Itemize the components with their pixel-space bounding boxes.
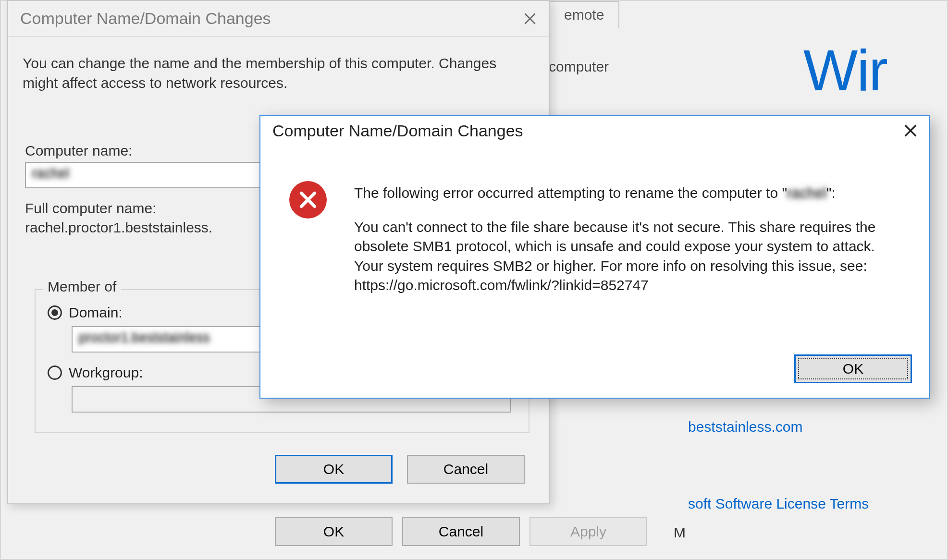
domain-radio-row[interactable]: Domain: bbox=[48, 304, 123, 321]
error-line1-prefix: The following error occurred attempting … bbox=[354, 185, 787, 201]
tab-remote[interactable]: emote bbox=[549, 1, 619, 28]
domain-value-redacted: proctor1.beststainless bbox=[79, 330, 209, 345]
error-icon-column bbox=[289, 181, 327, 219]
error-line1-redacted: rachel bbox=[787, 183, 826, 203]
error-message-line1: The following error occurred attempting … bbox=[354, 183, 905, 203]
error-message: The following error occurred attempting … bbox=[354, 183, 905, 310]
error-dialog: Computer Name/Domain Changes The followi… bbox=[259, 115, 930, 399]
full-computer-name-value: rachel.proctor1.beststainless. bbox=[25, 219, 212, 236]
sysprops-tabs: emote bbox=[549, 1, 618, 28]
error-titlebar: Computer Name/Domain Changes bbox=[260, 116, 929, 145]
rename-description: You can change the name and the membersh… bbox=[23, 54, 530, 93]
license-terms-link[interactable]: soft Software License Terms bbox=[688, 496, 869, 512]
windows-logo-text: Wir bbox=[803, 37, 887, 103]
close-icon[interactable] bbox=[901, 121, 920, 140]
workgroup-radio-label: Workgroup: bbox=[69, 365, 143, 381]
rename-titlebar: Computer Name/Domain Changes bbox=[8, 1, 549, 37]
workgroup-radio-row[interactable]: Workgroup: bbox=[48, 365, 143, 381]
rename-ok-button[interactable]: OK bbox=[275, 455, 393, 484]
radio-icon bbox=[48, 365, 62, 380]
error-title: Computer Name/Domain Changes bbox=[272, 122, 523, 140]
rename-cancel-button[interactable]: Cancel bbox=[407, 455, 525, 484]
rename-button-row: OK Cancel bbox=[275, 455, 525, 484]
full-computer-name-label: Full computer name: bbox=[25, 200, 156, 217]
error-button-row: OK bbox=[794, 354, 912, 383]
partial-text: M bbox=[674, 524, 686, 541]
error-icon bbox=[289, 181, 327, 219]
domain-radio-label: Domain: bbox=[69, 304, 123, 321]
computer-name-label: Computer name: bbox=[25, 143, 132, 159]
error-ok-button[interactable]: OK bbox=[794, 354, 912, 383]
error-message-body: You can't connect to the file share beca… bbox=[354, 218, 905, 295]
sysprops-body-text: computer bbox=[549, 59, 609, 75]
radio-icon bbox=[48, 305, 62, 320]
domain-link[interactable]: beststainless.com bbox=[688, 419, 802, 435]
computer-name-value-redacted: rachel bbox=[32, 166, 69, 181]
sysprops-ok-button[interactable]: OK bbox=[275, 517, 393, 546]
close-icon[interactable] bbox=[520, 9, 540, 28]
error-line1-suffix: ": bbox=[826, 185, 836, 201]
sysprops-cancel-button[interactable]: Cancel bbox=[402, 517, 520, 546]
rename-title: Computer Name/Domain Changes bbox=[20, 9, 271, 28]
sysprops-apply-button: Apply bbox=[529, 517, 647, 546]
member-of-legend: Member of bbox=[43, 279, 121, 295]
sysprops-button-row: OK Cancel Apply bbox=[275, 517, 647, 546]
